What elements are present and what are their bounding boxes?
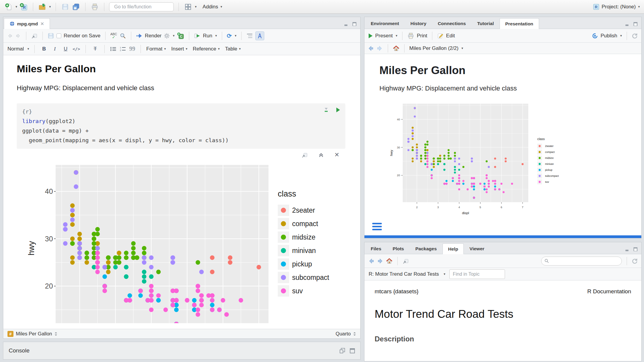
format-menu-insert[interactable]: Insert▾ — [171, 46, 187, 52]
addins-caret[interactable]: ▾ — [221, 5, 222, 9]
edit-button[interactable]: Edit — [446, 33, 455, 39]
collapse-output-icon[interactable] — [318, 152, 324, 158]
run-chunk-icon[interactable] — [335, 107, 341, 113]
tab-connections[interactable]: Connections — [432, 18, 471, 29]
panes-caret[interactable]: ▾ — [195, 5, 197, 9]
tab-tutorial[interactable]: Tutorial — [471, 18, 500, 29]
numbered-list-icon[interactable]: 12 — [120, 46, 126, 52]
help-topic-caret[interactable]: ▾ — [444, 272, 445, 276]
console-title[interactable]: Console — [9, 347, 30, 354]
tab-files[interactable]: Files — [365, 243, 387, 254]
slide-forward-icon[interactable] — [376, 45, 383, 52]
render-caret[interactable]: ▾ — [173, 34, 175, 38]
refresh-presentation-icon[interactable] — [632, 33, 638, 39]
project-selector[interactable]: Project: (None) — [602, 4, 636, 10]
underline-icon[interactable]: U — [62, 46, 69, 52]
popout-window-icon[interactable] — [31, 33, 38, 39]
save-doc-icon[interactable] — [48, 33, 54, 39]
tab-viewer[interactable]: Viewer — [464, 243, 490, 254]
publish-caret[interactable]: ▾ — [620, 34, 622, 38]
run-button[interactable]: Run — [203, 33, 212, 39]
new-file-caret[interactable]: ▾ — [16, 5, 17, 9]
popout-output-icon[interactable] — [301, 152, 308, 158]
help-topic-selector[interactable]: R: Motor Trend Car Road Tests — [369, 271, 439, 277]
doc-format-label[interactable]: Quarto — [336, 331, 351, 337]
save-all-icon[interactable] — [71, 2, 80, 11]
clear-format-icon[interactable]: T — [91, 46, 99, 52]
help-home-icon[interactable] — [386, 258, 393, 264]
render-button[interactable]: Render — [145, 33, 162, 39]
print-icon[interactable] — [90, 2, 99, 11]
minimize-pane-icon[interactable] — [344, 22, 349, 26]
back-icon[interactable] — [7, 33, 13, 39]
help-search-input[interactable] — [551, 258, 619, 264]
code-format-icon[interactable]: </> — [72, 47, 80, 51]
format-menu-format[interactable]: Format▾ — [146, 46, 166, 52]
minimize-pane-icon[interactable] — [625, 22, 630, 26]
open-file-icon[interactable] — [38, 2, 47, 11]
open-file-caret[interactable]: ▾ — [49, 5, 51, 9]
bold-icon[interactable]: B — [40, 46, 48, 52]
new-project-icon[interactable]: R — [19, 2, 28, 11]
source-refresh-caret[interactable]: ▾ — [235, 34, 236, 38]
bullet-list-icon[interactable] — [110, 46, 117, 52]
format-updown-icon[interactable] — [353, 332, 356, 336]
slide-selector-caret[interactable]: ▾ — [461, 46, 463, 50]
save-icon[interactable] — [61, 2, 70, 11]
console-maximize-icon[interactable] — [350, 348, 355, 353]
slide-selector[interactable]: Miles Per Gallon (2/2) — [409, 45, 458, 51]
run-chunks-above-icon[interactable] — [323, 107, 329, 113]
project-caret[interactable]: ▾ — [638, 5, 640, 9]
help-forward-icon[interactable] — [377, 258, 384, 264]
present-caret[interactable]: ▾ — [396, 34, 398, 38]
forward-icon[interactable] — [15, 33, 21, 39]
render-settings-gear-icon[interactable] — [164, 33, 170, 39]
help-search-box[interactable] — [541, 257, 622, 266]
search-doc-icon[interactable] — [120, 33, 126, 39]
blockquote-icon[interactable]: 99 — [129, 45, 135, 52]
document-canvas[interactable]: Miles Per Gallon Highway MPG: Displaceme… — [3, 55, 360, 329]
goto-file-input[interactable] — [114, 4, 177, 10]
minimize-pane-icon[interactable] — [625, 247, 630, 251]
outline-icon[interactable] — [246, 33, 253, 39]
insert-chunk-icon[interactable]: C — [177, 32, 184, 39]
maximize-pane-icon[interactable] — [633, 22, 638, 26]
r-code-chunk[interactable]: {r} library(ggplot2)ggplot(data = mpg) +… — [17, 103, 345, 149]
italic-icon[interactable]: I — [51, 46, 59, 52]
tab-packages[interactable]: Packages — [410, 243, 442, 254]
goto-file-box[interactable] — [109, 2, 174, 11]
help-popout-icon[interactable] — [402, 258, 409, 264]
maximize-pane-icon[interactable] — [633, 247, 638, 251]
tab-plots[interactable]: Plots — [387, 243, 410, 254]
slide-back-icon[interactable] — [367, 45, 374, 52]
tab-mpg-qmd[interactable]: mpg.qmd ✕ — [4, 18, 50, 29]
find-in-topic-input[interactable] — [449, 269, 505, 279]
console-popout-icon[interactable] — [340, 348, 346, 353]
tab-presentation[interactable]: Presentation — [500, 18, 539, 29]
help-back-icon[interactable] — [368, 258, 375, 264]
render-on-save-checkbox[interactable] — [57, 33, 61, 38]
print-button[interactable]: Print — [417, 33, 427, 39]
paragraph-style-select[interactable]: Normal — [7, 46, 24, 52]
reveal-menu-icon[interactable] — [372, 223, 382, 230]
format-menu-reference[interactable]: Reference▾ — [193, 46, 220, 52]
maximize-pane-icon[interactable] — [352, 22, 357, 26]
present-button[interactable]: Present — [375, 33, 393, 39]
visual-editor-toggle-icon[interactable] — [255, 31, 264, 40]
close-tab-icon[interactable]: ✕ — [40, 21, 44, 27]
spellcheck-icon[interactable]: ABC ✓ — [110, 33, 117, 39]
paragraph-style-caret[interactable]: ▾ — [28, 47, 29, 51]
workspace-panes-icon[interactable] — [184, 2, 193, 11]
new-file-icon[interactable] — [4, 2, 13, 11]
addins-menu[interactable]: Addins — [203, 4, 218, 10]
slide-home-icon[interactable] — [393, 45, 399, 52]
publish-button[interactable]: Publish — [601, 33, 617, 39]
tab-environment[interactable]: Environment — [365, 18, 405, 29]
clear-output-icon[interactable]: ✕ — [334, 152, 339, 158]
format-menu-table[interactable]: Table▾ — [225, 46, 241, 52]
run-caret[interactable]: ▾ — [215, 34, 217, 38]
outline-updown-icon[interactable] — [54, 332, 57, 336]
tab-help[interactable]: Help — [442, 243, 464, 254]
source-refresh-icon[interactable]: ⟳ — [227, 32, 232, 39]
tab-history[interactable]: History — [405, 18, 432, 29]
